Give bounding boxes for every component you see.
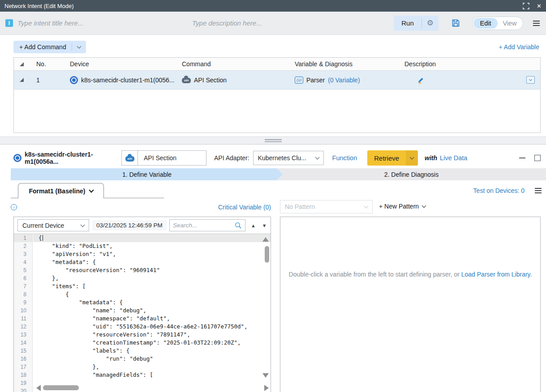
chevron-down-icon — [89, 187, 94, 192]
scroll-up-arrow[interactable] — [262, 237, 269, 242]
line-number: 1 — [14, 234, 32, 242]
add-variable-link[interactable]: + Add Variable — [499, 43, 539, 51]
tab-define-diagnosis[interactable]: 2. Define Diagnosis — [277, 168, 546, 180]
intent-description-input[interactable] — [192, 19, 394, 27]
parser-link[interactable]: Parser — [306, 77, 325, 84]
row-device-name: k8s-samecidr-cluster1-m1(0056... — [81, 77, 175, 84]
menu-icon[interactable] — [533, 21, 540, 26]
maximize-panel-icon[interactable] — [534, 155, 541, 161]
tab-define-variable[interactable]: 1. Define Variable — [11, 168, 283, 180]
search-icon[interactable] — [235, 222, 242, 229]
scroll-left-arrow[interactable] — [36, 385, 41, 391]
network-intent-window: { "window": { "title": "Network Intent (… — [0, 0, 546, 392]
code-line[interactable]: "namespace": "default", — [33, 315, 271, 323]
code-line[interactable]: "run": "debug" — [33, 355, 271, 363]
close-icon[interactable]: ✕ — [537, 3, 542, 9]
new-pattern-button[interactable]: + New Pattern — [379, 203, 426, 210]
command-type-box[interactable]: API API Section — [121, 150, 206, 166]
run-settings-gear-icon[interactable]: ⚙ — [422, 16, 439, 31]
code-line[interactable]: "items": [ — [33, 282, 271, 290]
run-button-group: Run ⚙ — [394, 16, 439, 31]
test-on-devices-link[interactable]: Test on Devices: 0 — [473, 187, 525, 194]
code-line[interactable]: "resourceVersion": "9609141" — [33, 266, 271, 274]
column-description: Description — [404, 60, 540, 68]
fullscreen-icon[interactable] — [523, 3, 529, 9]
row-number: 1 — [36, 77, 70, 84]
search-input[interactable] — [173, 222, 235, 229]
code-line[interactable]: "uid": "5516362a-06e9-44ce-a6e2-161707e7… — [33, 323, 271, 331]
add-command-dropdown[interactable] — [72, 46, 86, 48]
scroll-down-arrow[interactable] — [262, 373, 269, 378]
code-line[interactable]: "kind": "PodList", — [33, 242, 271, 250]
line-number: 5 — [14, 266, 32, 274]
find-previous-button[interactable]: ▲ — [251, 223, 256, 228]
run-button[interactable]: Run — [394, 16, 421, 31]
detail-device-icon — [13, 154, 21, 162]
window-title: Network Intent (Edit Mode) — [4, 3, 523, 9]
line-number: 7 — [14, 282, 32, 290]
panel-splitter-handle[interactable] — [0, 136, 546, 144]
code-line[interactable]: "managedFields": [ — [33, 371, 271, 379]
vertical-scrollbar-thumb[interactable] — [265, 246, 269, 263]
parser-variable-count[interactable]: (0 Variable) — [328, 77, 360, 84]
code-line[interactable]: "apiVersion": "v1", — [33, 250, 271, 258]
code-line[interactable]: "metadata": { — [33, 258, 271, 266]
line-number: 8 — [14, 290, 32, 298]
row-collapse-icon[interactable] — [20, 78, 24, 82]
code-line[interactable]: }, — [33, 274, 271, 282]
code-line[interactable]: }, — [33, 363, 271, 371]
retrieve-button[interactable]: Retrieve — [367, 150, 406, 166]
chevron-down-icon — [81, 222, 85, 227]
format-menu-icon[interactable] — [535, 188, 542, 193]
format-tab[interactable]: Format1 (Baseline) — [18, 183, 104, 198]
load-parser-from-library-link[interactable]: Load Parser from Library. — [461, 271, 532, 278]
api-adapter-select[interactable]: Kubernetes Clu... — [253, 151, 324, 165]
line-number: 18 — [14, 371, 32, 379]
command-type-value: API Section — [138, 154, 176, 162]
with-label: with — [425, 154, 437, 162]
device-icon — [70, 76, 78, 84]
pattern-select[interactable]: No Pattern — [280, 200, 373, 213]
add-command-button[interactable]: + Add Command — [13, 41, 86, 53]
retrieve-dropdown[interactable] — [406, 150, 418, 166]
line-number: 14 — [14, 339, 32, 347]
device-scope-select[interactable]: Current Device — [17, 219, 89, 231]
code-lines: { "kind": "PodList", "apiVersion": "v1",… — [33, 234, 271, 392]
minimize-panel-icon[interactable] — [519, 158, 525, 158]
save-button[interactable] — [451, 18, 460, 28]
intent-toolbar: I Run ⚙ Edit View — [0, 12, 546, 35]
collapse-all-icon[interactable] — [20, 62, 24, 66]
edit-view-toggle: Edit View — [472, 17, 523, 30]
edit-mode-button[interactable]: Edit — [473, 18, 498, 29]
code-line[interactable]: { — [33, 290, 271, 298]
line-number: 11 — [14, 315, 32, 323]
code-editor[interactable]: 1234567891011121314151617181920 { "kind"… — [14, 234, 271, 392]
window-titlebar: Network Intent (Edit Mode) ✕ — [0, 0, 546, 12]
line-number: 19 — [14, 379, 32, 387]
code-line[interactable]: "metadata": { — [33, 298, 271, 307]
horizontal-scrollbar-thumb[interactable] — [43, 385, 79, 390]
code-line[interactable]: "labels": { — [33, 347, 271, 355]
function-link[interactable]: Function — [332, 154, 357, 162]
edit-description-icon[interactable] — [417, 76, 425, 84]
row-dropdown-button[interactable] — [526, 76, 535, 84]
code-line[interactable]: "creationTimestamp": "2025-01-03T22:09:2… — [33, 339, 271, 347]
line-number: 16 — [14, 355, 32, 363]
view-mode-button[interactable]: View — [498, 18, 522, 29]
live-data-link[interactable]: Live Data — [440, 154, 467, 162]
step-tabs: 1. Define Variable 2. Define Diagnosis — [0, 168, 546, 180]
parser-hint-text: Double-click a variable from the left to… — [285, 270, 536, 279]
find-next-button[interactable]: ▼ — [262, 223, 267, 228]
line-number: 10 — [14, 307, 32, 315]
scroll-right-arrow[interactable] — [264, 385, 269, 391]
critical-variable-link[interactable]: Critical Variable (0) — [13, 204, 271, 211]
line-number: 15 — [14, 347, 32, 355]
table-row[interactable]: 1 k8s-samecidr-cluster1-m1(0056... API A… — [14, 71, 540, 89]
code-line[interactable]: "name": "debug", — [33, 307, 271, 315]
sample-output-panel: Current Device 03/21/2025 12:46:59 PM ▲ … — [13, 217, 271, 392]
code-line[interactable]: { — [33, 234, 271, 242]
horizontal-scrollbar — [33, 384, 270, 391]
detail-device-name: k8s-samecidr-cluster1-m1(0056a... — [25, 151, 120, 165]
code-line[interactable]: "resourceVersion": "7891147", — [33, 331, 271, 339]
intent-title-input[interactable] — [17, 19, 165, 27]
